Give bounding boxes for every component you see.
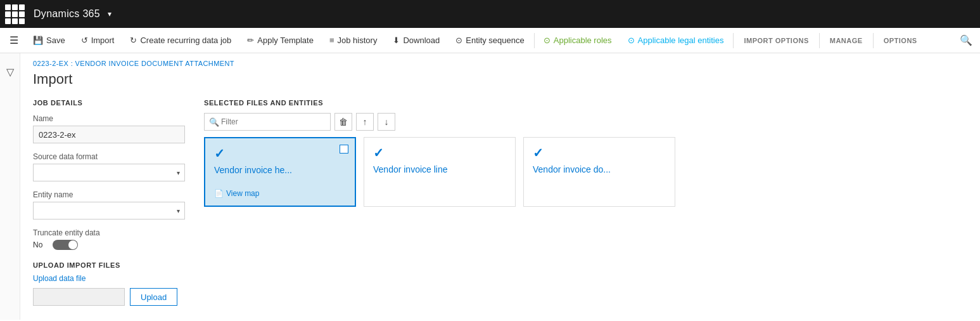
hamburger-button[interactable]: ☰ xyxy=(3,28,25,53)
entity-name-field: Entity name ▾ xyxy=(33,190,185,219)
entity-card-name-2: Vendor invoice line xyxy=(373,164,506,174)
entity-sequence-label: Entity sequence xyxy=(466,36,525,45)
viewmap-label-1: View map xyxy=(226,189,259,198)
ribbon-divider-1 xyxy=(534,33,535,48)
name-input[interactable] xyxy=(33,126,185,143)
entities-toolbar: 🔍 🗑 ↑ ↓ xyxy=(204,113,967,131)
manage-section: MANAGE xyxy=(821,28,872,53)
download-button[interactable]: ⬇ Download xyxy=(385,28,448,53)
entities-filter-input[interactable] xyxy=(204,113,331,131)
download-label: Download xyxy=(403,36,440,45)
upload-header: UPLOAD IMPORT FILES xyxy=(33,261,185,269)
entity-name-label: Entity name xyxy=(33,190,185,199)
options-section: OPTIONS xyxy=(875,28,926,53)
sidebar-filter: ▽ xyxy=(0,53,20,320)
create-recurring-icon: ↻ xyxy=(130,36,137,45)
name-field: Name xyxy=(33,114,185,143)
two-col-layout: JOB DETAILS Name Source data format ▾ xyxy=(33,99,967,306)
move-up-button[interactable]: ↑ xyxy=(356,113,374,131)
toggle-thumb xyxy=(68,240,77,249)
search-button[interactable]: 🔍 xyxy=(955,28,977,53)
truncate-toggle[interactable] xyxy=(53,240,78,250)
ribbon: ☰ 💾 Save ↺ Import ↻ Create recurring dat… xyxy=(0,28,980,53)
name-label: Name xyxy=(33,114,185,123)
applicable-legal-entities-button[interactable]: ⊙ Applicable legal entities xyxy=(620,28,732,53)
upload-button[interactable]: Upload xyxy=(130,288,177,306)
source-data-format-label: Source data format xyxy=(33,152,185,161)
ribbon-divider-3 xyxy=(819,33,820,48)
truncate-value: No xyxy=(33,240,42,249)
import-icon: ↺ xyxy=(81,36,88,45)
upload-file-row: Upload xyxy=(33,288,185,306)
main-content: ▽ 0223-2-EX : VENDOR INVOICE DOCUMENT AT… xyxy=(0,53,980,320)
applicable-roles-label: Applicable roles xyxy=(554,36,612,45)
move-down-button[interactable]: ↓ xyxy=(378,113,395,131)
upload-file-input[interactable] xyxy=(33,288,125,306)
form-column: JOB DETAILS Name Source data format ▾ xyxy=(33,99,185,306)
truncate-entity-data-field: Truncate entity data No xyxy=(33,228,185,250)
entity-card-name-1: Vendor invoice he... xyxy=(214,165,346,175)
app-title: Dynamics 365 xyxy=(34,8,100,20)
applicable-legal-icon: ⊙ xyxy=(628,36,635,45)
app-title-chevron[interactable]: ▾ xyxy=(108,10,111,18)
app-grid-icon[interactable] xyxy=(5,4,25,24)
import-label: Import xyxy=(91,36,115,45)
entities-column: SELECTED FILES AND ENTITIES 🔍 🗑 ↑ ↓ ✓ xyxy=(204,99,967,306)
entity-card-name-3: Vendor invoice do... xyxy=(533,164,666,174)
entity-card-checkmark-3: ✓ xyxy=(533,145,666,160)
delete-button[interactable]: 🗑 xyxy=(334,113,352,131)
applicable-legal-label: Applicable legal entities xyxy=(638,36,724,45)
viewmap-icon-1: 📄 xyxy=(214,189,224,198)
entity-card-select-box-1[interactable] xyxy=(340,145,348,154)
job-history-icon: ≡ xyxy=(329,36,334,45)
entities-header: SELECTED FILES AND ENTITIES xyxy=(204,99,967,107)
upload-section: UPLOAD IMPORT FILES Upload data file Upl… xyxy=(33,261,185,306)
upload-data-file-link[interactable]: Upload data file xyxy=(33,274,185,283)
entity-name-select[interactable] xyxy=(33,202,185,219)
source-data-format-field: Source data format ▾ xyxy=(33,152,185,181)
entity-card-vendor-invoice-header[interactable]: ✓ Vendor invoice he... 📄 View map xyxy=(204,137,356,207)
job-history-label: Job history xyxy=(338,36,378,45)
entity-card-checkmark-2: ✓ xyxy=(373,145,506,160)
save-label: Save xyxy=(46,36,65,45)
download-icon: ⬇ xyxy=(393,36,400,45)
apply-template-icon: ✏ xyxy=(247,36,254,45)
entity-sequence-button[interactable]: ⊙ Entity sequence xyxy=(448,28,533,53)
import-options-section: IMPORT OPTIONS xyxy=(735,28,817,53)
entity-card-vendor-invoice-line[interactable]: ✓ Vendor invoice line xyxy=(364,137,516,207)
page-title: Import xyxy=(33,71,967,88)
applicable-roles-icon: ⊙ xyxy=(544,36,550,45)
entity-card-viewmap-1[interactable]: 📄 View map xyxy=(214,189,346,198)
top-bar: Dynamics 365 ▾ xyxy=(0,0,980,28)
breadcrumb: 0223-2-EX : VENDOR INVOICE DOCUMENT ATTA… xyxy=(33,60,967,67)
source-data-format-select[interactable] xyxy=(33,164,185,181)
save-button[interactable]: 💾 Save xyxy=(25,28,73,53)
entity-cards: ✓ Vendor invoice he... 📄 View map ✓ Vend… xyxy=(204,137,967,207)
truncate-label: Truncate entity data xyxy=(33,228,185,237)
create-recurring-label: Create recurring data job xyxy=(140,36,231,45)
sidebar-filter-icon[interactable]: ▽ xyxy=(6,66,14,320)
applicable-roles-button[interactable]: ⊙ Applicable roles xyxy=(536,28,620,53)
ribbon-divider-2 xyxy=(733,33,734,48)
entity-card-vendor-invoice-do[interactable]: ✓ Vendor invoice do... xyxy=(523,137,675,207)
ribbon-divider-4 xyxy=(873,33,874,48)
create-recurring-button[interactable]: ↻ Create recurring data job xyxy=(122,28,239,53)
job-history-button[interactable]: ≡ Job history xyxy=(322,28,385,53)
entity-sequence-icon: ⊙ xyxy=(455,36,462,45)
content-panel: 0223-2-EX : VENDOR INVOICE DOCUMENT ATTA… xyxy=(20,53,980,320)
apply-template-label: Apply Template xyxy=(257,36,314,45)
apply-template-button[interactable]: ✏ Apply Template xyxy=(239,28,322,53)
import-button[interactable]: ↺ Import xyxy=(73,28,123,53)
job-details-header: JOB DETAILS xyxy=(33,99,185,107)
save-icon: 💾 xyxy=(33,36,43,45)
entity-card-checkmark-1: ✓ xyxy=(214,146,346,161)
filter-input-wrap: 🔍 xyxy=(204,113,331,131)
